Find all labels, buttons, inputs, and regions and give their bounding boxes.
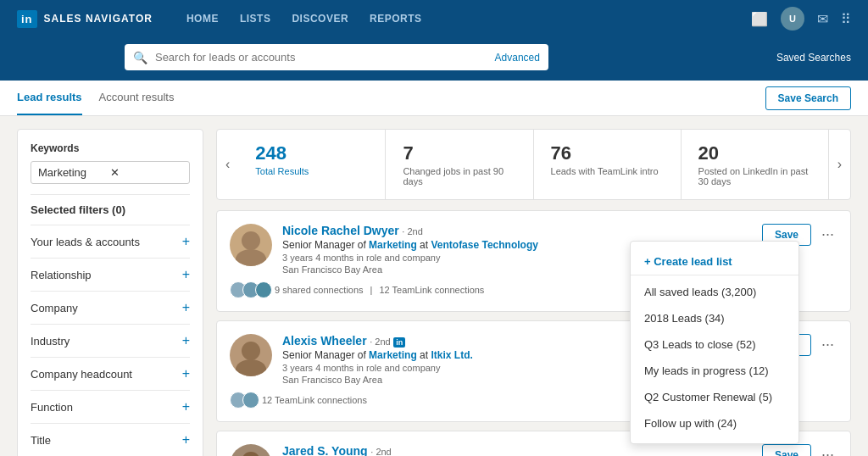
more-button-2[interactable]: ··· <box>818 334 837 355</box>
result-name-3[interactable]: Jared S. Young <box>282 444 368 456</box>
filter-industry-expand-icon: + <box>182 333 190 348</box>
filter-title-label: Title <box>31 434 51 447</box>
stat-posted-number: 20 <box>698 142 811 164</box>
teamlink-connections-1: 12 TeamLink connections <box>379 285 484 295</box>
result-degree-1: · 2nd <box>402 226 422 236</box>
result-degree-2: · 2nd <box>370 336 390 347</box>
search-icon: 🔍 <box>133 51 147 64</box>
stat-teamlink: 76 Leads with TeamLink intro <box>534 130 682 199</box>
dropdown-item-2[interactable]: Q3 Leads to close (52) <box>631 331 798 358</box>
filter-company[interactable]: Company + <box>31 291 190 324</box>
filter-industry[interactable]: Industry + <box>31 324 190 357</box>
filter-function[interactable]: Function + <box>31 390 190 423</box>
dropdown-item-1[interactable]: 2018 Leads (34) <box>631 305 798 331</box>
stat-teamlink-number: 76 <box>551 142 664 164</box>
filter-title-expand-icon: + <box>182 432 190 448</box>
tabs-area: Lead results Account results Save Search <box>0 81 868 116</box>
dropdown-item-5[interactable]: Follow up with (24) <box>631 410 798 437</box>
svg-point-4 <box>242 452 260 456</box>
card-info-3: Jared S. Young · 2nd Senior Manager of M… <box>282 444 752 456</box>
filter-title[interactable]: Title + <box>31 423 190 456</box>
stat-changed-jobs-label: Changed jobs in past 90 days <box>403 166 515 186</box>
save-button-3[interactable]: Save <box>762 444 811 456</box>
search-input[interactable] <box>125 44 548 70</box>
filter-industry-label: Industry <box>31 335 70 348</box>
stat-changed-jobs: 7 Changed jobs in past 90 days <box>386 130 533 199</box>
save-dropdown: + Create lead list All saved leads (3,20… <box>630 241 799 444</box>
dropdown-item-4[interactable]: Q2 Customer Renewal (5) <box>631 384 798 410</box>
main-container: Keywords Marketing ✕ Selected filters (0… <box>0 116 868 456</box>
conn-avatar-2b <box>242 392 259 409</box>
result-keyword-2: Marketing <box>369 349 417 361</box>
result-name-2[interactable]: Alexis Wheeler <box>282 334 367 348</box>
stat-total: 248 Total Results <box>238 130 386 199</box>
filter-leads-label: Your leads & accounts <box>31 236 140 248</box>
svg-point-3 <box>236 359 266 376</box>
dropdown-item-3[interactable]: My leads in progress (12) <box>631 358 798 384</box>
teamlink-connections-2: 12 TeamLink connections <box>262 395 367 405</box>
search-wrap: 🔍 Advanced <box>125 44 548 70</box>
stats-next-button[interactable]: › <box>829 130 850 199</box>
message-icon[interactable]: ✉ <box>817 11 828 27</box>
tab-lead-results[interactable]: Lead results <box>17 81 82 115</box>
top-navigation: in SALES NAVIGATOR HOME LISTS DISCOVER R… <box>0 0 868 37</box>
tab-account-results[interactable]: Account results <box>99 81 175 115</box>
stat-posted-label: Posted on LinkedIn in past 30 days <box>698 166 811 186</box>
result-keyword-1: Marketing <box>369 239 417 251</box>
svg-point-0 <box>242 231 260 250</box>
clear-keyword-button[interactable]: ✕ <box>110 166 182 179</box>
sidebar: Keywords Marketing ✕ Selected filters (0… <box>17 129 203 456</box>
filter-headcount-expand-icon: + <box>182 366 190 381</box>
filter-company-headcount[interactable]: Company headcount + <box>31 357 190 390</box>
advanced-button[interactable]: Advanced <box>495 52 540 64</box>
result-name-1[interactable]: Nicole Rachel Dwyer <box>282 224 399 237</box>
dropdown-item-0[interactable]: All saved leads (3,200) <box>631 279 798 305</box>
svg-point-2 <box>242 342 260 360</box>
grid-icon[interactable]: ⠿ <box>841 11 851 27</box>
stat-teamlink-label: Leads with TeamLink intro <box>551 166 664 176</box>
stat-posted: 20 Posted on LinkedIn in past 30 days <box>682 130 829 199</box>
selected-filters-row: Selected filters (0) <box>31 194 190 225</box>
stat-changed-jobs-number: 7 <box>403 142 515 164</box>
filter-headcount-label: Company headcount <box>31 368 132 381</box>
stat-total-number: 248 <box>255 142 368 164</box>
more-button-3[interactable]: ··· <box>818 444 837 456</box>
avatar-3 <box>230 444 272 456</box>
result-company-1[interactable]: Ventofase Technology <box>431 239 537 251</box>
stats-prev-button[interactable]: ‹ <box>217 130 238 199</box>
keywords-label: Keywords <box>31 142 190 154</box>
filter-relationship-expand-icon: + <box>182 267 190 282</box>
app-title: SALES NAVIGATOR <box>44 13 153 25</box>
more-button-1[interactable]: ··· <box>818 224 837 245</box>
card-header-3: Jared S. Young · 2nd Senior Manager of M… <box>230 444 837 456</box>
keyword-value: Marketing <box>38 166 110 179</box>
svg-point-1 <box>236 249 266 266</box>
nav-home[interactable]: HOME <box>186 13 219 25</box>
avatar-1 <box>230 224 272 266</box>
filter-your-leads[interactable]: Your leads & accounts + <box>31 225 190 258</box>
connection-avatars-2 <box>230 392 255 409</box>
filter-relationship[interactable]: Relationship + <box>31 258 190 291</box>
result-company-2[interactable]: Itkix Ltd. <box>431 349 472 361</box>
card-actions-3: Save ··· ≡ 2 Lists <box>762 444 837 456</box>
nav-reports[interactable]: REPORTS <box>370 13 422 25</box>
filter-relationship-label: Relationship <box>31 269 92 281</box>
user-avatar[interactable]: U <box>781 7 804 31</box>
filter-function-label: Function <box>31 401 73 414</box>
nav-lists[interactable]: LISTS <box>240 13 271 25</box>
conn-avatar-1c <box>255 281 272 298</box>
screen-share-icon[interactable]: ⬜ <box>751 11 768 27</box>
logo-area: in SALES NAVIGATOR <box>17 10 153 28</box>
nav-discover[interactable]: DISCOVER <box>292 13 348 25</box>
linkedin-logo: in <box>17 10 37 28</box>
saved-searches-link[interactable]: Saved Searches <box>776 52 851 64</box>
filter-company-label: Company <box>31 302 78 314</box>
save-search-button[interactable]: Save Search <box>765 86 851 110</box>
filter-company-expand-icon: + <box>182 300 190 315</box>
filter-leads-expand-icon: + <box>182 234 190 249</box>
sidebar-section: Keywords Marketing ✕ Selected filters (0… <box>17 129 203 456</box>
stat-total-label: Total Results <box>255 166 368 176</box>
keyword-input-wrap: Marketing ✕ <box>31 161 190 184</box>
create-lead-list-button[interactable]: + Create lead list <box>631 248 798 275</box>
filter-function-expand-icon: + <box>182 399 190 414</box>
